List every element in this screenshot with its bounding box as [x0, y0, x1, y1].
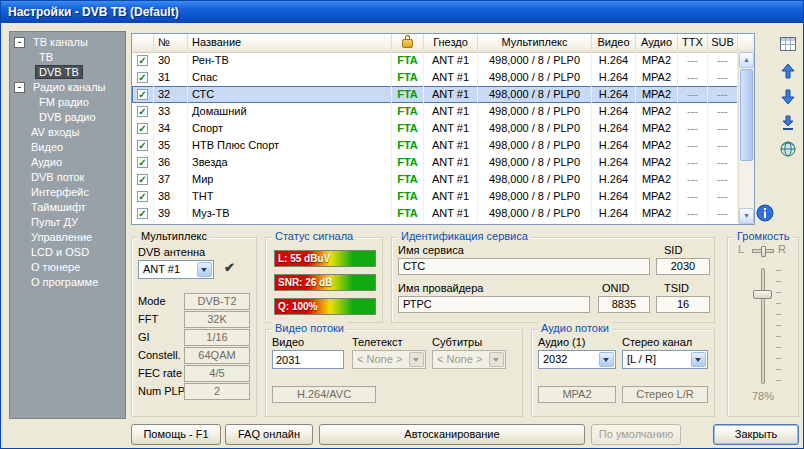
onid-field: 8835: [598, 296, 650, 313]
checkbox-check-icon: ✓: [137, 157, 148, 168]
table-scrollbar[interactable]: ▲ ▼: [738, 52, 754, 224]
subtitles-combobox: < None >: [432, 350, 506, 369]
row-checkbox[interactable]: ✓: [132, 120, 154, 137]
sidebar-item[interactable]: О тюнере: [10, 260, 125, 275]
header-access[interactable]: [392, 34, 424, 51]
sidebar-item[interactable]: Таймшифт: [10, 200, 125, 215]
titlebar[interactable]: Настройки - DVB ТВ (Default): [1, 1, 803, 23]
sidebar-item[interactable]: Управление: [10, 230, 125, 245]
sidebar-item[interactable]: LCD и OSD: [10, 245, 125, 260]
sidebar-item[interactable]: ТВ: [10, 50, 125, 65]
sidebar-item[interactable]: О программе: [10, 275, 125, 290]
antenna-label: DVB антенна: [138, 246, 205, 258]
table-row[interactable]: ✓39Муз-ТВFTAANT #1498,000 / 8 / PLP0H.26…: [132, 205, 738, 222]
header-video[interactable]: Видео: [592, 34, 636, 51]
sidebar-item[interactable]: DVB радио: [10, 110, 125, 125]
cell-mux: 498,000 / 8 / PLP0: [478, 120, 592, 137]
scroll-up-icon[interactable]: ▲: [739, 52, 754, 68]
video-pid-input[interactable]: [272, 350, 344, 369]
cell-fta: FTA: [392, 154, 424, 171]
autoscan-button[interactable]: Автосканирование: [319, 424, 585, 445]
chevron-down-icon[interactable]: [197, 262, 212, 277]
video-streams-group: Видео потоки Видео Телетекст Субтитры < …: [265, 329, 523, 417]
sidebar-item-label: Интерфейс: [28, 186, 92, 198]
sidebar-item[interactable]: Аудио: [10, 155, 125, 170]
table-row[interactable]: ✓38ТНТFTAANT #1498,000 / 8 / PLP0H.264MP…: [132, 188, 738, 205]
volume-slider-thumb[interactable]: [753, 290, 772, 299]
mux-fft-label: FFT: [138, 313, 158, 325]
row-checkbox[interactable]: ✓: [132, 137, 154, 154]
header-name[interactable]: Название: [188, 34, 392, 51]
scroll-down-icon[interactable]: ▼: [739, 208, 754, 224]
move-to-bottom-icon[interactable]: [775, 115, 801, 137]
tree-collapse-icon[interactable]: -: [14, 37, 25, 48]
move-down-icon[interactable]: [775, 89, 801, 111]
help-button[interactable]: Помощь - F1: [131, 424, 221, 445]
header-num[interactable]: №: [154, 34, 188, 51]
web-icon[interactable]: [775, 141, 801, 163]
sidebar-item[interactable]: Видео: [10, 140, 125, 155]
table-row[interactable]: ✓35НТВ Плюс СпортFTAANT #1498,000 / 8 / …: [132, 137, 738, 154]
row-checkbox[interactable]: ✓: [132, 154, 154, 171]
table-row[interactable]: ✓37МирFTAANT #1498,000 / 8 / PLP0H.264MP…: [132, 171, 738, 188]
sidebar-item[interactable]: DVB ТВ: [10, 65, 125, 80]
cell-audio: MPA2: [636, 103, 678, 120]
tree-collapse-icon[interactable]: -: [14, 82, 25, 93]
volume-slider[interactable]: [761, 268, 765, 384]
sidebar-item[interactable]: FM радио: [10, 95, 125, 110]
row-checkbox[interactable]: ✓: [132, 171, 154, 188]
row-checkbox[interactable]: ✓: [132, 86, 154, 103]
channel-grid-icon[interactable]: [775, 37, 801, 59]
table-row[interactable]: ✓33ДомашнийFTAANT #1498,000 / 8 / PLP0H.…: [132, 103, 738, 120]
table-row[interactable]: ✓31СпасFTAANT #1498,000 / 8 / PLP0H.264M…: [132, 69, 738, 86]
signal-status-group: Статус сигнала L: 55 dBuV SNR: 26 dB Q: …: [265, 237, 383, 323]
close-button[interactable]: Закрыть: [713, 424, 799, 445]
row-checkbox[interactable]: ✓: [132, 69, 154, 86]
table-row[interactable]: ✓30Рен-ТВFTAANT #1498,000 / 8 / PLP0H.26…: [132, 52, 738, 69]
row-checkbox[interactable]: ✓: [132, 205, 154, 222]
row-checkbox[interactable]: ✓: [132, 103, 154, 120]
volume-slider-ticks: [776, 270, 781, 382]
header-audio[interactable]: Аудио: [636, 34, 678, 51]
faq-button[interactable]: FAQ онлайн: [225, 424, 313, 445]
table-row[interactable]: ✓34СпортFTAANT #1498,000 / 8 / PLP0H.264…: [132, 120, 738, 137]
row-checkbox[interactable]: ✓: [132, 188, 154, 205]
header-mux[interactable]: Мультиплекс: [478, 34, 592, 51]
sidebar-item[interactable]: DVB поток: [10, 170, 125, 185]
balance-slider-thumb[interactable]: [761, 246, 766, 257]
table-row[interactable]: ✓36ЗвездаFTAANT #1498,000 / 8 / PLP0H.26…: [132, 154, 738, 171]
balance-left-label: L: [738, 243, 744, 255]
cell-ttx: ---: [678, 52, 708, 69]
sidebar-item[interactable]: -ТВ каналы: [10, 35, 125, 50]
move-up-icon[interactable]: [775, 63, 801, 85]
header-ttx[interactable]: TTX: [678, 34, 708, 51]
chevron-down-icon[interactable]: [691, 352, 706, 367]
stereo-combobox[interactable]: [L / R]: [622, 350, 708, 369]
sidebar-item-label: Аудио: [28, 156, 65, 168]
audio-pid-combobox[interactable]: 2032: [538, 350, 616, 369]
sidebar-item-label: DVB радио: [36, 111, 99, 123]
sidebar-item-label: О тюнере: [28, 261, 83, 273]
cell-name: ТНТ: [188, 188, 392, 205]
antenna-combobox[interactable]: ANT #1: [138, 260, 214, 279]
cell-num: 37: [154, 171, 188, 188]
sidebar-item[interactable]: Интерфейс: [10, 185, 125, 200]
audio-group-title: Аудио потоки: [538, 322, 612, 334]
header-sub[interactable]: SUB: [708, 34, 738, 51]
balance-slider[interactable]: [752, 249, 774, 253]
scrollbar-thumb[interactable]: [740, 69, 753, 161]
row-checkbox[interactable]: ✓: [132, 52, 154, 69]
header-checkbox-col[interactable]: [132, 34, 154, 51]
cell-ttx: ---: [678, 103, 708, 120]
sidebar-item[interactable]: Пульт ДУ: [10, 215, 125, 230]
chevron-down-icon[interactable]: [599, 352, 614, 367]
sidebar-item[interactable]: -Радио каналы: [10, 80, 125, 95]
cell-sub: ---: [708, 52, 738, 69]
sidebar-item[interactable]: AV входы: [10, 125, 125, 140]
table-row[interactable]: ✓32СТСFTAANT #1498,000 / 8 / PLP0H.264MP…: [132, 86, 738, 103]
cell-ttx: ---: [678, 205, 708, 222]
cell-fta: FTA: [392, 205, 424, 222]
multiplex-group: Мультиплекс DVB антенна ANT #1 ✔ Mode DV…: [131, 237, 257, 417]
info-icon[interactable]: [756, 204, 774, 222]
header-socket[interactable]: Гнездо: [424, 34, 478, 51]
